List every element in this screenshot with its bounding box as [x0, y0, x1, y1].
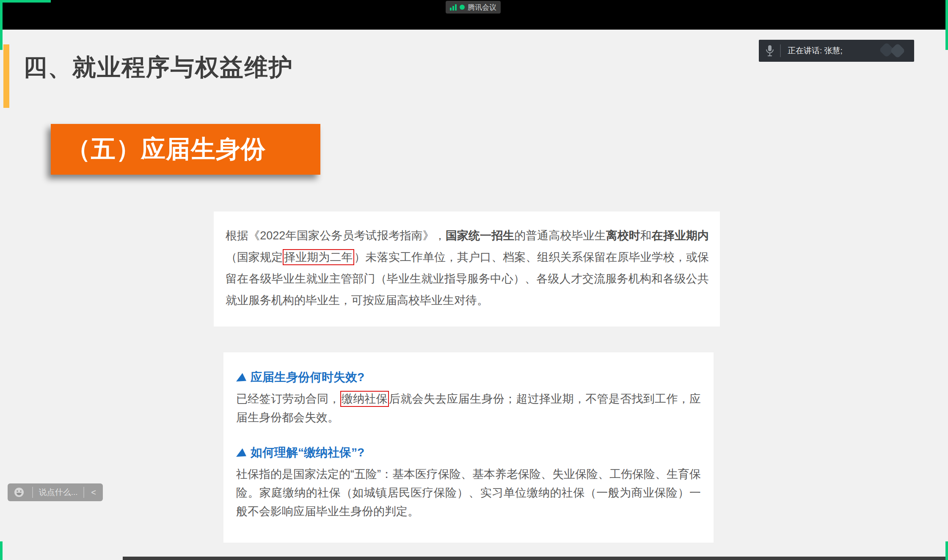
share-border-marker-top-left-h: [0, 0, 51, 3]
qa-question-row: 如何理解“缴纳社保”?: [236, 445, 701, 461]
share-border-marker-bottom-right: [945, 541, 948, 560]
yellow-accent-bar: [3, 44, 9, 108]
share-border-marker-bottom-left: [0, 541, 3, 560]
emoji-smiley-icon[interactable]: [14, 487, 25, 498]
microphone-icon: [765, 44, 775, 57]
section-title: 四、就业程序与权益维护: [23, 52, 293, 84]
red-highlight-box-career-period: 择业期为二年: [283, 249, 354, 265]
qa-question-row: 应届生身份何时失效?: [236, 369, 701, 385]
qa-answer-1: 已经签订劳动合同，缴纳社保后就会失去应届生身份；超过择业期，不管是否找到工作，应…: [236, 390, 701, 427]
active-speaker-indicator: 正在讲话: 张慧;: [759, 40, 914, 62]
intro-seg-6: （国家规定: [226, 251, 283, 264]
share-border-marker-top-right: [945, 0, 948, 50]
intro-seg-4: 和: [640, 229, 652, 242]
answer1-seg-0: 已经签订劳动合同，: [236, 393, 340, 405]
app-name-label: 腾讯会议: [468, 3, 496, 12]
chat-quick-bar[interactable]: 说点什么... <: [8, 483, 103, 501]
tencent-meeting-logo-icon: [878, 40, 908, 61]
qa-question-2: 如何理解“缴纳社保”?: [251, 445, 364, 461]
top-black-bar: 腾讯会议: [0, 0, 948, 30]
intro-seg-3-bold: 离校时: [606, 229, 640, 242]
bottom-taskbar-edge: [123, 557, 948, 560]
intro-text-card: 根据《2022年国家公务员考试报考指南》，国家统一招生的普通高校毕业生离校时和在…: [214, 211, 720, 327]
meeting-status-pill[interactable]: 腾讯会议: [446, 1, 501, 14]
speaking-label: 正在讲话: 张慧;: [788, 45, 875, 56]
intro-seg-5-bold: 在择业期内: [652, 229, 709, 242]
qa-question-1: 应届生身份何时失效?: [251, 369, 364, 385]
signal-strength-icon: [450, 4, 457, 11]
qa-item-2: 如何理解“缴纳社保”? 社保指的是国家法定的“五险”：基本医疗保险、基本养老保险…: [236, 445, 701, 521]
red-highlight-box-social-security: 缴纳社保: [340, 391, 389, 407]
divider: [32, 487, 33, 498]
subsection-banner-label: （五）应届生身份: [66, 133, 266, 166]
share-border-marker-top-left-v: [0, 0, 3, 50]
intro-seg-1-bold: 国家统一招生: [446, 229, 514, 242]
divider: [83, 487, 84, 498]
qa-card: 应届生身份何时失效? 已经签订劳动合同，缴纳社保后就会失去应届生身份；超过择业期…: [223, 352, 714, 543]
online-dot-icon: [460, 5, 465, 10]
chat-input-placeholder[interactable]: 说点什么...: [37, 487, 79, 498]
subsection-banner: （五）应届生身份: [51, 124, 320, 175]
blue-triangle-icon: [236, 373, 246, 382]
divider: [780, 44, 781, 57]
intro-seg-2: 的普通高校毕业生: [514, 229, 606, 242]
blue-triangle-icon: [236, 448, 246, 457]
qa-answer-2: 社保指的是国家法定的“五险”：基本医疗保险、基本养老保险、失业保险、工伤保险、生…: [236, 465, 701, 521]
intro-paragraph: 根据《2022年国家公务员考试报考指南》，国家统一招生的普通高校毕业生离校时和在…: [226, 225, 709, 311]
qa-item-1: 应届生身份何时失效? 已经签订劳动合同，缴纳社保后就会失去应届生身份；超过择业期…: [236, 369, 701, 427]
intro-seg-0: 根据《2022年国家公务员考试报考指南》，: [226, 229, 446, 242]
collapse-chevron-icon[interactable]: <: [88, 488, 99, 497]
